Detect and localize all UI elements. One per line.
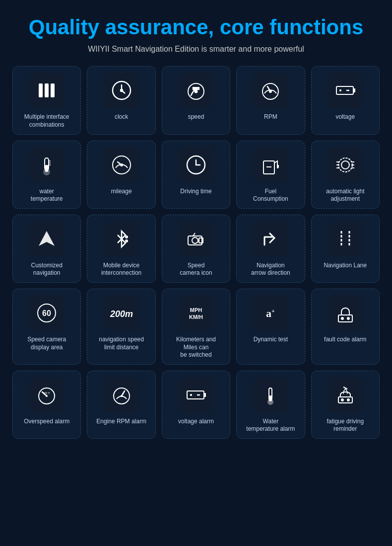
svg-point-52 xyxy=(341,317,344,320)
fatigue-icon xyxy=(327,377,363,413)
multiple-interface-icon xyxy=(29,73,65,108)
overspeed-icon: KM H xyxy=(29,377,65,413)
svg-point-53 xyxy=(347,317,350,320)
page-subtitle: WIIYII Smart Navigation Edition is smart… xyxy=(10,45,382,54)
feature-card-speed-camera-icon: Speed camera icon xyxy=(162,215,230,283)
svg-point-70 xyxy=(341,398,344,401)
feature-card-speed-camera-display: 60Speed camera display area xyxy=(12,289,81,365)
features-grid: Multiple interface combinationsclockKM H… xyxy=(10,66,382,439)
svg-text:a+: a+ xyxy=(266,307,275,319)
svg-point-38 xyxy=(125,239,128,242)
auto-light-icon xyxy=(327,147,363,183)
svg-text:KM/H: KM/H xyxy=(189,314,203,320)
svg-point-10 xyxy=(269,90,271,92)
feature-card-driving-time: Driving time xyxy=(162,141,230,209)
feature-card-water-temp-alarm: Water temperature alarm xyxy=(236,371,305,439)
svg-rect-61 xyxy=(187,391,204,399)
feature-card-auto-light: automatic light adjustment xyxy=(311,141,380,209)
mobile-connect-icon xyxy=(104,221,139,257)
engine-rpm-label: Engine RPM alarm xyxy=(96,418,146,426)
svg-marker-36 xyxy=(39,231,55,246)
svg-rect-68 xyxy=(269,396,271,401)
dynamic-test-label: Dynamic test xyxy=(254,336,288,344)
svg-point-29 xyxy=(341,161,349,169)
svg-rect-12 xyxy=(353,88,355,92)
nav-speed-limit-label: navigation speed limit distance xyxy=(99,336,144,351)
svg-point-24 xyxy=(121,164,123,166)
auto-light-label: automatic light adjustment xyxy=(326,188,364,203)
feature-card-voltage: voltage xyxy=(311,66,380,134)
nav-arrow-icon xyxy=(253,221,288,257)
mobile-connect-label: Mobile device interconnection xyxy=(101,262,141,277)
feature-card-mobile-connect: Mobile device interconnection xyxy=(87,215,155,283)
speed-label: speed xyxy=(188,113,204,121)
water-temp-icon xyxy=(29,147,65,183)
feature-card-voltage-alarm: voltage alarm xyxy=(162,371,230,439)
km-miles-label: Kilometers and Miles can be switched xyxy=(176,336,216,359)
svg-point-7 xyxy=(195,90,197,93)
water-temp-alarm-icon xyxy=(253,377,288,413)
overspeed-label: Overspeed alarm xyxy=(24,418,69,426)
svg-point-4 xyxy=(121,89,123,91)
svg-point-37 xyxy=(125,235,128,238)
fault-code-icon xyxy=(327,295,363,331)
page-title: Quality assurance, core functions xyxy=(10,15,382,40)
svg-text:MPH: MPH xyxy=(190,307,202,313)
svg-text:200m: 200m xyxy=(110,309,133,319)
voltage-alarm-icon xyxy=(178,377,214,413)
speed-camera-icon-label: Speed camera icon xyxy=(180,262,212,277)
feature-card-water-temp: water temperature xyxy=(12,141,81,209)
feature-card-fault-code: fault code alarm xyxy=(311,289,380,365)
mileage-icon xyxy=(104,147,139,183)
feature-card-nav-lane: Navigation Lane xyxy=(311,215,380,283)
water-temp-label: water temperature xyxy=(31,188,63,203)
nav-speed-limit-icon: 200m xyxy=(104,295,139,331)
feature-card-nav-speed-limit: 200mnavigation speed limit distance xyxy=(87,289,155,365)
nav-arrow-label: Navigation arrow direction xyxy=(251,262,290,277)
speed-camera-display-icon: 60 xyxy=(29,295,65,331)
km-miles-icon: MPHKM/H xyxy=(178,295,214,331)
svg-rect-1 xyxy=(45,83,49,97)
custom-nav-label: Customized navigation xyxy=(31,262,63,277)
feature-card-mileage: mileage xyxy=(87,141,155,209)
feature-card-fuel: Fuel Consumption xyxy=(236,141,305,209)
svg-point-40 xyxy=(192,237,198,243)
mileage-label: mileage xyxy=(111,188,132,196)
feature-card-rpm: RPM xyxy=(236,66,305,134)
feature-card-speed: KM Hspeed xyxy=(162,66,230,134)
voltage-alarm-label: voltage alarm xyxy=(178,418,214,426)
svg-text:60: 60 xyxy=(42,309,51,317)
svg-rect-18 xyxy=(46,165,48,171)
voltage-label: voltage xyxy=(335,113,355,121)
svg-point-71 xyxy=(347,398,350,401)
feature-card-fatigue: fatigue driving reminder xyxy=(311,371,380,439)
fuel-label: Fuel Consumption xyxy=(253,188,288,203)
nav-lane-icon xyxy=(327,221,363,257)
fault-code-label: fault code alarm xyxy=(324,336,366,344)
multiple-interface-label: Multiple interface combinations xyxy=(24,113,69,129)
clock-label: clock xyxy=(115,113,128,121)
speed-icon: KM H xyxy=(178,73,214,108)
engine-rpm-icon xyxy=(104,377,139,413)
rpm-label: RPM xyxy=(264,113,277,121)
feature-card-dynamic-test: a+Dynamic test xyxy=(236,289,305,365)
feature-card-nav-arrow: Navigation arrow direction xyxy=(236,215,305,283)
svg-point-57 xyxy=(46,395,48,397)
feature-card-overspeed: KM HOverspeed alarm xyxy=(12,371,81,439)
water-temp-alarm-label: Water temperature alarm xyxy=(246,418,295,433)
driving-time-icon xyxy=(178,147,214,183)
clock-icon xyxy=(104,73,139,108)
feature-card-engine-rpm: Engine RPM alarm xyxy=(87,371,155,439)
feature-card-clock: clock xyxy=(87,66,155,134)
fatigue-label: fatigue driving reminder xyxy=(327,418,364,433)
svg-rect-2 xyxy=(51,83,55,97)
driving-time-label: Driving time xyxy=(180,188,211,196)
dynamic-test-icon: a+ xyxy=(253,295,288,331)
svg-rect-69 xyxy=(338,397,352,403)
voltage-icon xyxy=(327,73,363,108)
nav-lane-label: Navigation Lane xyxy=(324,262,367,270)
feature-card-km-miles: MPHKM/HKilometers and Miles can be switc… xyxy=(162,289,230,365)
rpm-icon xyxy=(253,73,288,108)
speed-camera-icon-icon xyxy=(178,221,214,257)
feature-card-multiple-interface: Multiple interface combinations xyxy=(12,66,81,134)
